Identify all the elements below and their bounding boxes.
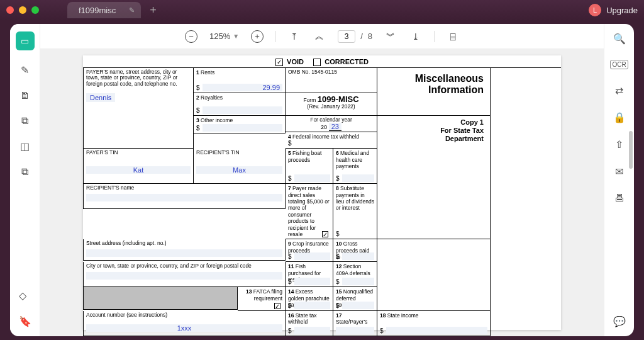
box16-field[interactable] xyxy=(294,327,330,334)
right-toolbar: 🔍 OCR ⇄ 🔒 ⇧ ✉ 🖶 💬 xyxy=(604,24,634,336)
layers-icon[interactable]: ⧉ xyxy=(21,166,28,178)
copy-icon[interactable]: ⧉ xyxy=(21,115,28,127)
mail-icon[interactable]: ✉ xyxy=(615,166,623,178)
box13-checkbox[interactable]: ✓ xyxy=(274,303,280,309)
caret-down-icon: ▼ xyxy=(233,33,239,40)
box5-field[interactable] xyxy=(294,174,330,182)
present-icon[interactable]: ⌸ xyxy=(446,30,460,43)
document-tab[interactable]: f1099misc ✎ xyxy=(67,2,141,18)
pdf-page: ✓ VOID CORRECTED PAYER'S name, street ad… xyxy=(83,55,561,330)
document-area[interactable]: ✓ VOID CORRECTED PAYER'S name, street ad… xyxy=(40,49,604,336)
page-input[interactable] xyxy=(338,30,355,43)
box1-field[interactable]: 29.99 xyxy=(203,84,282,91)
avatar[interactable]: L xyxy=(589,4,601,16)
city-field[interactable] xyxy=(86,272,282,280)
close-window[interactable] xyxy=(6,6,14,14)
account-field[interactable]: 1xxx xyxy=(86,324,282,332)
void-checkbox[interactable]: ✓ xyxy=(275,59,283,66)
next-page-button[interactable]: ︾ xyxy=(384,30,397,43)
separator xyxy=(434,31,435,42)
payer-value[interactable]: Dennis xyxy=(86,93,115,102)
page-view-icon[interactable]: ▭ xyxy=(16,31,35,50)
stack-icon[interactable]: ◇ xyxy=(19,290,31,302)
left-toolbar: ▭ ✎ 🗎 ⧉ ◫ ⧉ ◇ 🔖 xyxy=(10,24,40,336)
share-icon[interactable]: ⇧ xyxy=(615,139,623,150)
bookmark-icon[interactable]: 🔖 xyxy=(19,315,31,327)
note-icon[interactable]: 🗎 xyxy=(20,90,30,101)
box9-field[interactable] xyxy=(294,252,330,260)
maximize-window[interactable] xyxy=(31,6,39,14)
page-total: 8 xyxy=(368,31,372,41)
scrollbar-thumb[interactable] xyxy=(629,131,633,169)
minimize-window[interactable] xyxy=(19,6,26,14)
box17-field[interactable] xyxy=(336,327,374,334)
box11-field[interactable] xyxy=(294,278,330,285)
edit-tab-icon[interactable]: ✎ xyxy=(129,6,135,14)
zoom-in-button[interactable]: + xyxy=(250,30,264,43)
box7-checkbox[interactable]: ✓ xyxy=(322,231,328,237)
tab-title: f1099misc xyxy=(79,6,116,15)
box15-field[interactable] xyxy=(342,302,374,309)
payer-label: PAYER'S name, street address, city or to… xyxy=(86,69,191,87)
zoom-out-button[interactable]: − xyxy=(184,30,198,43)
last-page-button[interactable]: ⤓ xyxy=(409,30,423,43)
print-icon[interactable]: 🖶 xyxy=(614,193,625,204)
box2-field[interactable] xyxy=(203,106,282,114)
search-icon[interactable]: 🔍 xyxy=(613,33,626,45)
corrected-checkbox[interactable] xyxy=(313,59,321,66)
separator xyxy=(275,31,276,42)
box18-field[interactable] xyxy=(386,327,487,334)
top-toolbar: − 125%▼ + ⤒ ︽ / 8 ︾ ⤓ ⌸ xyxy=(40,24,604,49)
box3-field[interactable] xyxy=(203,124,282,132)
box10-field[interactable] xyxy=(342,252,374,260)
box12-field[interactable] xyxy=(342,278,374,285)
prev-page-button[interactable]: ︽ xyxy=(313,30,326,43)
new-tab-button[interactable]: + xyxy=(150,4,157,17)
street-field[interactable] xyxy=(86,249,282,257)
page-counter: / 8 xyxy=(338,30,372,43)
box14-field[interactable] xyxy=(294,302,330,309)
first-page-button[interactable]: ⤒ xyxy=(287,30,301,43)
crop-icon[interactable]: ◫ xyxy=(20,140,30,152)
zoom-select[interactable]: 125%▼ xyxy=(209,31,239,41)
box6-field[interactable] xyxy=(342,174,374,182)
comment-icon[interactable]: 💬 xyxy=(613,315,626,327)
recipient-tin-field[interactable]: Max xyxy=(196,166,282,174)
calendar-year-field[interactable]: 23 xyxy=(329,123,341,131)
window-controls[interactable] xyxy=(6,6,39,14)
highlight-icon[interactable]: ✎ xyxy=(21,64,29,76)
payer-tin-field[interactable]: Kat xyxy=(86,166,191,174)
ocr-icon[interactable]: OCR xyxy=(610,60,628,69)
recipient-name-field[interactable] xyxy=(86,194,282,201)
lock-icon[interactable]: 🔒 xyxy=(613,111,626,123)
upgrade-button[interactable]: Upgrade xyxy=(606,6,638,15)
convert-icon[interactable]: ⇄ xyxy=(615,84,623,96)
